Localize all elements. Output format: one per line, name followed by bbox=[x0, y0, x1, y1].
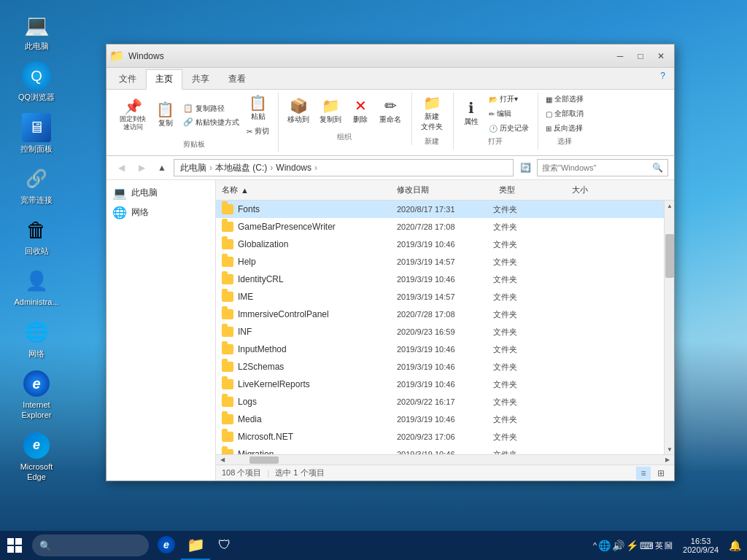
rename-button[interactable]: ✏ 重命名 bbox=[375, 96, 406, 128]
scroll-thumb[interactable] bbox=[665, 234, 674, 278]
new-folder-button[interactable]: 📁 新建文件夹 bbox=[417, 93, 447, 135]
taskbar-explorer-app[interactable]: 📁 bbox=[181, 531, 210, 560]
file-row[interactable]: INF 2020/9/23 16:59 文件夹 bbox=[216, 323, 664, 341]
file-date-cell: 2019/3/19 10:46 bbox=[391, 380, 493, 389]
desktop-icon-edge[interactable]: e MicrosoftEdge bbox=[7, 428, 66, 486]
desktop-icon-control-panel[interactable]: 🖥 控制面板 bbox=[7, 110, 66, 157]
open-button[interactable]: 📂 打开▾ bbox=[486, 93, 532, 106]
pin-quick-access-button[interactable]: 📌 固定到快速访问 bbox=[115, 96, 150, 134]
desktop-icon-this-pc[interactable]: 💻 此电脑 bbox=[7, 7, 66, 54]
select-label: 选择 bbox=[557, 136, 572, 147]
organize-items: 📦 移动到 📁 复制到 ✕ 删除 ✏ 重命名 bbox=[283, 93, 406, 131]
file-list-container: 名称 ▲ 修改日期 类型 大小 Fonts 2020/8/17 17:31 文件… bbox=[216, 180, 674, 481]
desktop-icon-qq[interactable]: Q QQ浏览器 bbox=[7, 58, 66, 105]
tray-notification-icon[interactable]: 🔔 bbox=[729, 540, 741, 551]
taskbar-shield-app[interactable]: 🛡 bbox=[210, 531, 239, 560]
file-row[interactable]: Logs 2020/9/22 16:17 文件夹 bbox=[216, 393, 664, 411]
col-header-name[interactable]: 名称 ▲ bbox=[216, 183, 391, 197]
file-row[interactable]: ImmersiveControlPanel 2020/7/28 17:08 文件… bbox=[216, 306, 664, 323]
col-header-date[interactable]: 修改日期 bbox=[391, 183, 493, 197]
file-row[interactable]: Migration 2019/3/19 10:46 文件夹 bbox=[216, 446, 664, 454]
select-none-button[interactable]: ▢ 全部取消 bbox=[543, 107, 587, 120]
file-row[interactable]: LiveKernelReports 2019/3/19 10:46 文件夹 bbox=[216, 376, 664, 393]
select-all-button[interactable]: ▦ 全部选择 bbox=[543, 93, 587, 106]
explorer-window: 📁 Windows ─ □ ✕ 文件 主页 共享 查看 ? bbox=[106, 44, 675, 481]
tab-view[interactable]: 查看 bbox=[219, 69, 255, 89]
large-icons-view-button[interactable]: ⊞ bbox=[654, 467, 668, 480]
back-button[interactable]: ◀ bbox=[112, 159, 130, 176]
start-button[interactable] bbox=[0, 531, 29, 560]
nav-network-icon: 🌐 bbox=[112, 206, 127, 219]
paste-shortcut-button[interactable]: 🔗 粘贴快捷方式 bbox=[180, 116, 242, 129]
taskbar-ie-icon: e bbox=[158, 536, 175, 553]
tab-home[interactable]: 主页 bbox=[146, 69, 182, 90]
close-button[interactable]: ✕ bbox=[651, 46, 671, 66]
address-path-bar[interactable]: 此电脑 › 本地磁盘 (C:) › Windows › bbox=[174, 159, 514, 176]
desktop-icon-ie[interactable]: e InternetExplorer bbox=[7, 366, 66, 424]
paste-button[interactable]: 📋 粘贴 bbox=[244, 93, 272, 125]
file-row[interactable]: Globalization 2019/3/19 10:46 文件夹 bbox=[216, 236, 664, 253]
scroll-up-button[interactable]: ▲ bbox=[665, 201, 674, 211]
file-row[interactable]: Media 2019/3/19 10:46 文件夹 bbox=[216, 411, 664, 428]
up-button[interactable]: ▲ bbox=[153, 159, 171, 176]
nav-item-this-pc[interactable]: 💻 此电脑 bbox=[107, 183, 215, 203]
edit-button[interactable]: ✏ 编辑 bbox=[486, 107, 532, 120]
tab-file[interactable]: 文件 bbox=[109, 69, 146, 89]
copy-path-button[interactable]: 📋 复制路径 bbox=[180, 102, 242, 115]
desktop-icon-admin[interactable]: 👤 Administra... bbox=[7, 263, 66, 310]
desktop-icon-network[interactable]: 🌐 网络 bbox=[7, 315, 66, 362]
help-button[interactable]: ? bbox=[654, 68, 671, 89]
horizontal-scrollbar: ◀ ▶ bbox=[216, 454, 674, 464]
file-row[interactable]: Fonts 2020/8/17 17:31 文件夹 bbox=[216, 201, 664, 218]
taskbar-clock[interactable]: 16:53 2020/9/24 bbox=[678, 535, 723, 556]
properties-button[interactable]: ℹ 属性 bbox=[458, 98, 484, 130]
cut-button[interactable]: ✂ 剪切 bbox=[244, 125, 272, 138]
desktop-icon-recycle[interactable]: 🗑 回收站 bbox=[7, 212, 66, 259]
cut-icon: ✂ bbox=[247, 128, 252, 136]
search-icon[interactable]: 🔍 bbox=[652, 163, 663, 173]
scroll-down-button[interactable]: ▼ bbox=[665, 444, 674, 454]
file-type-cell: 文件夹 bbox=[493, 379, 566, 390]
refresh-button[interactable]: 🔄 bbox=[516, 159, 534, 176]
col-header-size[interactable]: 大小 bbox=[566, 183, 624, 197]
desktop-icon-broadband[interactable]: 🔗 宽带连接 bbox=[7, 161, 66, 208]
search-input[interactable] bbox=[542, 163, 652, 172]
file-row[interactable]: Microsoft.NET 2020/9/23 17:06 文件夹 bbox=[216, 428, 664, 446]
folder-icon bbox=[222, 344, 233, 354]
file-row[interactable]: GameBarPresenceWriter 2020/7/28 17:08 文件… bbox=[216, 218, 664, 236]
main-area: 💻 此电脑 🌐 网络 名称 ▲ 修改日期 bbox=[107, 180, 674, 481]
copy-path-icon: 📋 bbox=[183, 104, 193, 113]
new-group: 📁 新建文件夹 新建 bbox=[414, 93, 454, 149]
taskbar-search-box[interactable]: 🔍 bbox=[32, 534, 149, 556]
scroll-right-button[interactable]: ▶ bbox=[662, 456, 673, 464]
file-name-cell: GameBarPresenceWriter bbox=[216, 222, 391, 232]
file-row[interactable]: L2Schemas 2019/3/19 10:46 文件夹 bbox=[216, 358, 664, 376]
taskbar-ie-app[interactable]: e bbox=[152, 531, 181, 560]
details-view-button[interactable]: ≡ bbox=[636, 467, 651, 480]
forward-button[interactable]: ▶ bbox=[133, 159, 150, 176]
nav-item-network[interactable]: 🌐 网络 bbox=[107, 203, 215, 222]
copy-button[interactable]: 📋 复制 bbox=[152, 99, 179, 131]
col-header-type[interactable]: 类型 bbox=[493, 183, 566, 197]
qq-browser-icon: Q bbox=[22, 61, 51, 90]
copy-to-button[interactable]: 📁 复制到 bbox=[315, 96, 346, 128]
tab-share[interactable]: 共享 bbox=[182, 69, 219, 89]
file-row[interactable]: Help 2019/3/19 14:57 文件夹 bbox=[216, 253, 664, 271]
h-scroll-thumb[interactable] bbox=[249, 456, 279, 464]
tray-language-label[interactable]: 英 bbox=[655, 540, 663, 551]
file-row[interactable]: IME 2019/3/19 14:57 文件夹 bbox=[216, 288, 664, 306]
file-row[interactable]: InputMethod 2019/3/19 10:46 文件夹 bbox=[216, 341, 664, 358]
history-button[interactable]: 🕐 历史记录 bbox=[486, 122, 532, 135]
tray-chevron-icon[interactable]: ^ bbox=[593, 541, 597, 550]
maximize-button[interactable]: □ bbox=[630, 46, 651, 66]
broadband-label: 宽带连接 bbox=[20, 195, 53, 205]
invert-select-button[interactable]: ⊞ 反向选择 bbox=[543, 122, 587, 135]
copy-to-icon: 📁 bbox=[322, 98, 340, 113]
minimize-button[interactable]: ─ bbox=[610, 46, 630, 66]
delete-button[interactable]: ✕ 删除 bbox=[347, 96, 374, 128]
file-row[interactable]: IdentityCRL 2019/3/19 10:46 文件夹 bbox=[216, 271, 664, 288]
move-to-button[interactable]: 📦 移动到 bbox=[283, 96, 314, 128]
scroll-left-button[interactable]: ◀ bbox=[217, 456, 228, 464]
file-type-cell: 文件夹 bbox=[493, 327, 566, 338]
file-type-cell: 文件夹 bbox=[493, 362, 566, 373]
